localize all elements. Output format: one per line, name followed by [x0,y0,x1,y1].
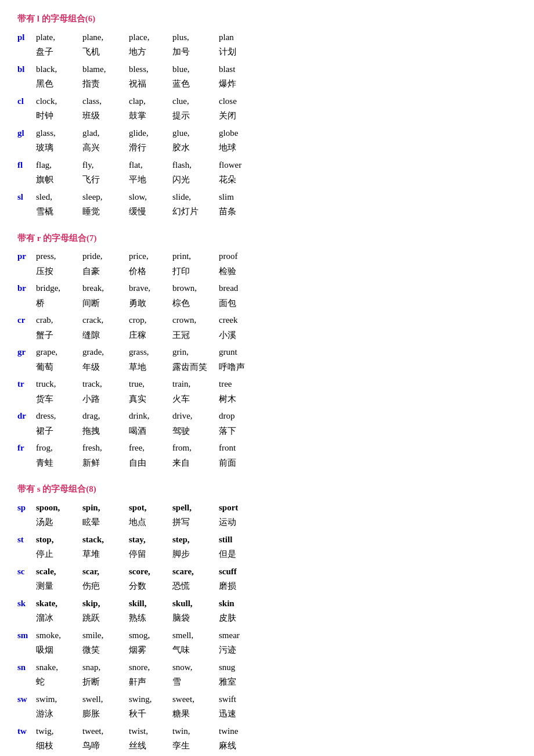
prefix-label: sw [17,692,36,707]
cn-word: 自由 [129,456,172,471]
cn-word: 玻璃 [36,141,82,156]
en-word: sweet, [172,692,219,707]
en-word: glad, [82,126,129,141]
en-word: smoke, [36,628,82,643]
en-row: glglass,glad,glide,glue,globe [17,126,517,141]
en-word: spin, [82,501,129,516]
cn-word: 火车 [172,392,219,407]
en-word: plate, [36,30,82,45]
en-word: glass, [36,126,82,141]
prefix-label: sn [17,660,36,675]
l-section: 带有 l 的字母组合(6)plplate,plane,place,plus,pl… [17,12,517,219]
en-word: slide, [172,190,219,205]
cn-word: 眩晕 [82,515,129,530]
en-word: smell, [172,628,219,643]
cn-word: 新鲜 [82,456,129,471]
en-word: dress, [36,409,82,424]
section-title: 带有 l 的字母组合(6) [17,12,517,27]
en-word: score, [129,564,172,579]
en-word: crack, [82,313,129,328]
cn-word: 折断 [82,675,129,690]
en-word: snug [219,660,259,675]
cn-word: 葡萄 [36,360,82,375]
cn-word: 脑袋 [172,611,219,626]
en-word: sport [219,501,259,516]
en-word: press, [36,249,82,264]
cn-word: 指责 [82,77,129,92]
cn-word: 蓝色 [172,77,219,92]
vocab-pair: crcrab,crack,crop,crown,creek蟹子缝隙庄稼王冠小溪 [17,313,517,343]
cn-row: 时钟班级鼓掌提示关闭 [17,109,517,124]
en-word: slim [219,190,259,205]
cn-word: 蛇 [36,675,82,690]
en-row: smsmoke,smile,smog,smell,smear [17,628,517,643]
cn-word: 裙子 [36,424,82,439]
cn-word: 拼写 [172,515,219,530]
cn-word: 雪 [172,675,219,690]
cn-word: 气味 [172,643,219,658]
cn-word: 运动 [219,515,259,530]
cn-word: 关闭 [219,109,259,124]
cn-word: 草地 [129,360,172,375]
cn-word: 来自 [172,456,219,471]
en-word: step, [172,532,219,548]
cn-word: 污迹 [219,643,259,658]
prefix-label: cl [17,94,36,109]
cn-word: 迅速 [219,707,259,722]
en-word: creek [219,313,259,328]
en-word: blame, [82,62,129,77]
en-row: swswim,swell,swing,sweet,swift [17,692,517,707]
en-row: grgrape,grade,grass,grin,grunt [17,345,517,360]
app-container: 带有 l 的字母组合(6)plplate,plane,place,plus,pl… [17,12,517,754]
cn-word: 吸烟 [36,643,82,658]
en-word: swell, [82,692,129,707]
en-word: blast [219,62,259,77]
section-title: 带有 r 的字母组合(7) [17,231,517,246]
prefix-label: st [17,532,36,548]
cn-row: 旗帜飞行平地闪光花朵 [17,172,517,188]
cn-row: 游泳膨胀秋千糖果迅速 [17,707,517,722]
s-section: 带有 s 的字母组合(8)spspoon,spin,spot,spell,spo… [17,482,517,754]
en-word: clap, [129,94,172,109]
cn-word: 时钟 [36,109,82,124]
cn-row: 汤匙眩晕地点拼写运动 [17,515,517,530]
cn-row: 葡萄年级草地露齿而笑呼噜声 [17,360,517,375]
vocab-pair: snsnake,snap,snore,snow,snug蛇折断鼾声雪雅室 [17,660,517,690]
cn-word: 落下 [219,424,259,439]
en-word: frog, [36,441,82,456]
cn-word: 皮肤 [219,611,259,626]
en-word: clue, [172,94,219,109]
cn-word: 测量 [36,579,82,594]
cn-word: 提示 [172,109,219,124]
cn-word: 前面 [219,456,259,471]
en-word: crown, [172,313,219,328]
cn-word: 检验 [219,264,259,279]
en-word: spot, [129,501,172,516]
en-word: blue, [172,62,219,77]
en-word: tweet, [82,724,129,739]
cn-word: 雪橇 [36,204,82,219]
prefix-label: sp [17,501,36,516]
cn-word: 旗帜 [36,172,82,188]
en-word: twist, [129,724,172,739]
cn-row: 吸烟微笑烟雾气味污迹 [17,643,517,658]
prefix-label: tw [17,724,36,739]
en-word: bridge, [36,281,82,296]
en-row: slsled,sleep,slow,slide,slim [17,190,517,205]
en-word: crab, [36,313,82,328]
cn-word: 幻灯片 [172,204,219,219]
en-word: still [219,532,259,548]
en-row: spspoon,spin,spot,spell,sport [17,501,517,516]
en-row: trtruck,track,true,train,tree [17,377,517,392]
cn-row: 货车小路真实火车树木 [17,392,517,407]
en-word: sleep, [82,190,129,205]
en-word: scale, [36,564,82,579]
vocab-pair: frfrog,fresh,free,from,front青蛙新鲜自由来自前面 [17,441,517,470]
en-row: drdress,drag,drink,drive,drop [17,409,517,424]
prefix-label: pr [17,249,36,264]
en-row: prpress,pride,price,print,proof [17,249,517,264]
vocab-pair: flflag,fly,flat,flash,flower旗帜飞行平地闪光花朵 [17,158,517,188]
en-row: skskate,skip,skill,skull,skin [17,596,517,611]
vocab-pair: spspoon,spin,spot,spell,sport汤匙眩晕地点拼写运动 [17,501,517,530]
en-word: from, [172,441,219,456]
